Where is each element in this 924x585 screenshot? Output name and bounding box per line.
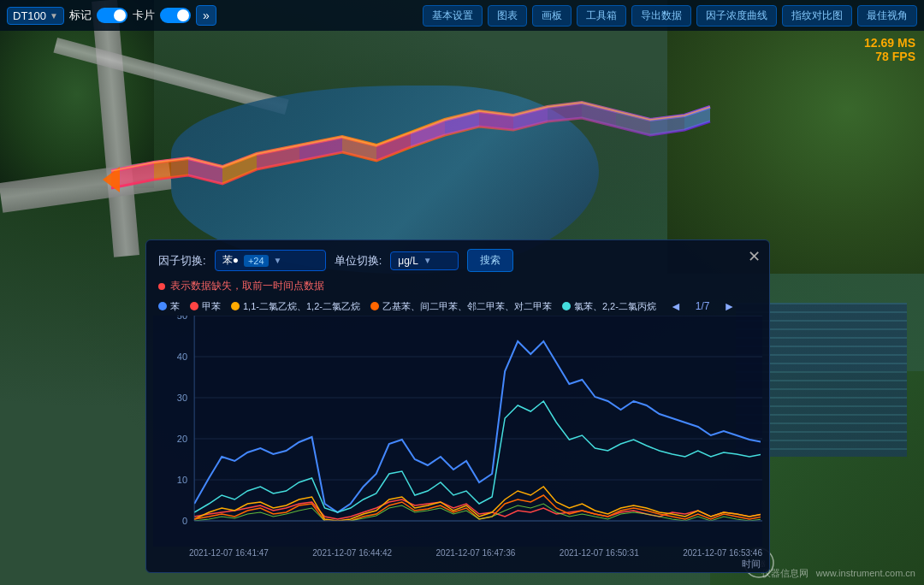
x-label-2: 2021-12-07 16:47:36	[436, 548, 516, 558]
legend-item-xylene: 乙基苯、间二甲苯、邻二甲苯、对二甲苯	[370, 300, 552, 313]
legend-label-chlorobenzene: 氯苯、2,2-二氯丙烷	[574, 300, 656, 313]
close-button[interactable]: ✕	[748, 247, 761, 266]
legend-dot-benzene	[158, 302, 167, 310]
toggle-group-mark: 标记	[69, 8, 127, 23]
legend-dot-xylene	[370, 302, 379, 310]
svg-marker-7	[376, 133, 411, 161]
unit-value: μg/L	[398, 255, 418, 267]
warning-text: 表示数据缺失，取前一时间点数据	[170, 279, 324, 293]
device-id: DT100	[13, 9, 46, 22]
panel-controls: 因子切换: 苯● +24 ▼ 单位切换: μg/L ▼ 搜索	[146, 240, 769, 277]
legend-next-button[interactable]: ►	[720, 299, 738, 313]
svg-marker-3	[222, 154, 257, 184]
x-label-4: 2021-12-07 16:53:46	[683, 548, 762, 558]
legend-dot-chlorobenzene	[562, 302, 571, 310]
basic-settings-button[interactable]: 基本设置	[423, 5, 483, 27]
performance-stats: 12.69 MS 78 FPS	[864, 36, 915, 63]
svg-text:30: 30	[177, 393, 187, 403]
track-visualization	[86, 34, 727, 222]
chevron-down-icon: ▼	[274, 256, 282, 265]
toolbar: DT100 ▼ 标记 卡片 » 基本设置 图表 画板 工具箱 导出数据 因子浓度…	[0, 0, 924, 31]
watermark-text: 仪器信息网 www.instrument.com.cn	[761, 567, 915, 580]
mark-label: 标记	[69, 8, 92, 23]
export-data-button[interactable]: 导出数据	[631, 5, 691, 27]
chevron-down-icon2: ▼	[424, 256, 432, 265]
svg-text:10: 10	[177, 475, 187, 485]
svg-text:40: 40	[177, 352, 187, 362]
unit-select[interactable]: μg/L ▼	[390, 251, 459, 270]
svg-text:20: 20	[177, 434, 187, 444]
legend-label-toluene: 甲苯	[202, 300, 221, 313]
card-toggle[interactable]	[160, 8, 191, 23]
warning-dot-icon	[158, 283, 165, 290]
mark-toggle[interactable]	[97, 8, 127, 23]
watermark-url: www.instrument.com.cn	[816, 568, 915, 578]
chart-button[interactable]: 图表	[488, 5, 527, 27]
fps-stat: 78 FPS	[864, 50, 915, 63]
toolbox-button[interactable]: 工具箱	[577, 5, 626, 27]
chart-panel: ✕ 因子切换: 苯● +24 ▼ 单位切换: μg/L ▼ 搜索 表示数据缺失，…	[145, 239, 770, 573]
x-label-3: 2021-12-07 16:50:31	[560, 548, 639, 558]
legend-item-chlorobenzene: 氯苯、2,2-二氯丙烷	[562, 300, 656, 313]
factor-value: 苯●	[222, 253, 239, 268]
legend-item-toluene: 甲苯	[190, 300, 221, 313]
legend-prev-button[interactable]: ◄	[666, 299, 685, 313]
factor-label: 因子切换:	[158, 253, 206, 269]
ms-stat: 12.69 MS	[864, 36, 915, 50]
factor-badge: +24	[244, 255, 269, 267]
search-button[interactable]: 搜索	[467, 249, 513, 272]
x-axis-labels: 2021-12-07 16:41:47 2021-12-07 16:44:42 …	[146, 547, 769, 558]
svg-text:0: 0	[182, 516, 187, 526]
svg-text:50: 50	[177, 316, 187, 321]
svg-marker-8	[411, 120, 445, 147]
expand-icon: »	[203, 9, 210, 22]
chevron-down-icon: ▼	[50, 11, 58, 21]
warning-row: 表示数据缺失，取前一时间点数据	[146, 277, 769, 297]
legend-dot-dce	[231, 302, 240, 310]
x-label-1: 2021-12-07 16:44:42	[312, 548, 392, 558]
device-selector[interactable]: DT100 ▼	[7, 7, 64, 25]
expand-button[interactable]: »	[196, 5, 216, 26]
x-label-0: 2021-12-07 16:41:47	[189, 548, 269, 558]
unit-label: 单位切换:	[335, 253, 382, 269]
toggle-group-card: 卡片	[133, 8, 191, 23]
legend-item-dce: 1,1-二氯乙烷、1,2-二氯乙烷	[231, 300, 360, 313]
factor-select[interactable]: 苯● +24 ▼	[215, 250, 326, 271]
best-view-button[interactable]: 最佳视角	[857, 5, 917, 27]
x-axis-title: 时间	[146, 558, 769, 570]
factor-curve-button[interactable]: 因子浓度曲线	[696, 5, 777, 27]
legend-page: 1/7	[696, 300, 710, 312]
legend-dot-toluene	[190, 302, 198, 310]
chart-area: 50 40 30 20 10 0	[153, 316, 762, 547]
board-button[interactable]: 画板	[532, 5, 572, 27]
legend-item-benzene: 苯	[158, 300, 180, 313]
legend-label-dce: 1,1-二氯乙烷、1,2-二氯乙烷	[243, 300, 360, 313]
fingerprint-button[interactable]: 指纹对比图	[782, 5, 852, 27]
card-label: 卡片	[133, 8, 155, 23]
legend-label-benzene: 苯	[170, 300, 180, 313]
legend-label-xylene: 乙基苯、间二甲苯、邻二甲苯、对二甲苯	[382, 300, 552, 313]
legend-row: 苯 甲苯 1,1-二氯乙烷、1,2-二氯乙烷 乙基苯、间二甲苯、邻二甲苯、对二甲…	[146, 297, 769, 316]
chart-svg: 50 40 30 20 10 0	[153, 316, 762, 547]
